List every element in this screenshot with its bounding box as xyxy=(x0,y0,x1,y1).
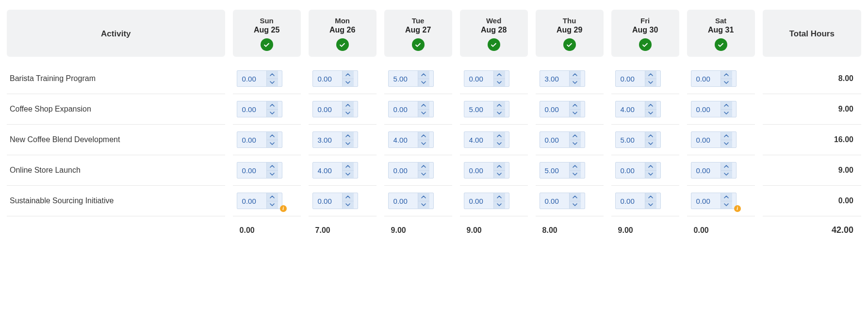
hours-input[interactable] xyxy=(237,71,266,86)
hours-stepper[interactable] xyxy=(464,162,509,179)
step-up-button[interactable] xyxy=(418,132,429,140)
hours-stepper[interactable] xyxy=(388,162,434,179)
hours-input[interactable] xyxy=(616,132,645,147)
step-down-button[interactable] xyxy=(343,110,354,117)
hours-input[interactable] xyxy=(540,101,569,117)
step-up-button[interactable] xyxy=(570,132,581,140)
step-down-button[interactable] xyxy=(267,201,278,209)
step-down-button[interactable] xyxy=(721,140,732,148)
step-up-button[interactable] xyxy=(418,71,429,79)
step-up-button[interactable] xyxy=(721,163,732,171)
step-up-button[interactable] xyxy=(721,132,732,140)
hours-stepper[interactable] xyxy=(237,70,282,87)
step-down-button[interactable] xyxy=(645,110,656,117)
step-down-button[interactable] xyxy=(343,171,354,179)
step-up-button[interactable] xyxy=(267,132,278,140)
hours-input[interactable] xyxy=(237,101,266,117)
hours-stepper[interactable] xyxy=(615,101,661,117)
hours-stepper[interactable] xyxy=(691,162,737,179)
step-down-button[interactable] xyxy=(494,110,505,117)
hours-stepper[interactable] xyxy=(388,101,434,117)
step-up-button[interactable] xyxy=(343,101,354,110)
hours-stepper[interactable] xyxy=(464,131,509,148)
step-up-button[interactable] xyxy=(418,193,429,201)
step-down-button[interactable] xyxy=(570,79,581,87)
hours-stepper[interactable] xyxy=(615,162,661,179)
step-down-button[interactable] xyxy=(267,140,278,148)
hours-input[interactable] xyxy=(691,101,721,117)
hours-stepper[interactable] xyxy=(237,162,282,179)
step-down-button[interactable] xyxy=(267,79,278,87)
hours-stepper[interactable] xyxy=(540,162,585,179)
step-up-button[interactable] xyxy=(645,71,656,79)
step-down-button[interactable] xyxy=(418,79,429,87)
step-up-button[interactable] xyxy=(721,193,732,201)
step-up-button[interactable] xyxy=(343,193,354,201)
hours-input[interactable] xyxy=(464,132,493,147)
step-down-button[interactable] xyxy=(645,171,656,179)
hours-input[interactable] xyxy=(616,71,645,86)
step-up-button[interactable] xyxy=(645,101,656,110)
hours-input[interactable] xyxy=(691,71,721,86)
hours-stepper[interactable] xyxy=(540,101,585,117)
hours-stepper[interactable] xyxy=(691,101,737,117)
step-up-button[interactable] xyxy=(645,132,656,140)
hours-stepper[interactable] xyxy=(388,70,434,87)
hours-stepper[interactable] xyxy=(464,70,509,87)
step-down-button[interactable] xyxy=(418,110,429,117)
step-up-button[interactable] xyxy=(570,71,581,79)
hours-input[interactable] xyxy=(237,132,266,147)
step-down-button[interactable] xyxy=(494,79,505,87)
hours-stepper[interactable] xyxy=(615,131,661,148)
hours-input[interactable] xyxy=(237,163,266,178)
step-down-button[interactable] xyxy=(267,171,278,179)
step-up-button[interactable] xyxy=(721,101,732,110)
step-down-button[interactable] xyxy=(418,140,429,148)
step-down-button[interactable] xyxy=(645,79,656,87)
step-up-button[interactable] xyxy=(570,163,581,171)
hours-stepper[interactable] xyxy=(615,70,661,87)
hours-input[interactable] xyxy=(616,163,645,178)
hours-stepper[interactable] xyxy=(464,101,509,117)
hours-stepper[interactable] xyxy=(312,101,358,117)
step-down-button[interactable] xyxy=(343,201,354,209)
hours-stepper[interactable] xyxy=(388,193,434,209)
hours-stepper[interactable] xyxy=(388,131,434,148)
step-up-button[interactable] xyxy=(343,163,354,171)
step-down-button[interactable] xyxy=(343,140,354,148)
hours-input[interactable] xyxy=(691,163,721,178)
step-down-button[interactable] xyxy=(343,79,354,87)
step-up-button[interactable] xyxy=(343,71,354,79)
step-up-button[interactable] xyxy=(645,163,656,171)
step-up-button[interactable] xyxy=(343,132,354,140)
hours-input[interactable] xyxy=(389,163,418,178)
step-down-button[interactable] xyxy=(570,201,581,209)
step-down-button[interactable] xyxy=(570,171,581,179)
hours-stepper[interactable] xyxy=(312,193,358,209)
step-down-button[interactable] xyxy=(645,201,656,209)
step-up-button[interactable] xyxy=(570,193,581,201)
step-up-button[interactable] xyxy=(418,163,429,171)
hours-stepper[interactable] xyxy=(691,193,737,209)
hours-input[interactable] xyxy=(464,163,493,178)
hours-stepper[interactable] xyxy=(540,193,585,209)
step-up-button[interactable] xyxy=(494,132,505,140)
step-up-button[interactable] xyxy=(267,163,278,171)
step-down-button[interactable] xyxy=(418,201,429,209)
step-up-button[interactable] xyxy=(721,71,732,79)
hours-input[interactable] xyxy=(313,101,342,117)
hours-input[interactable] xyxy=(313,193,342,209)
step-down-button[interactable] xyxy=(570,110,581,117)
step-down-button[interactable] xyxy=(267,110,278,117)
step-down-button[interactable] xyxy=(721,171,732,179)
hours-stepper[interactable] xyxy=(691,131,737,148)
hours-input[interactable] xyxy=(313,71,342,86)
step-down-button[interactable] xyxy=(721,201,732,209)
hours-stepper[interactable] xyxy=(464,193,509,209)
step-down-button[interactable] xyxy=(418,171,429,179)
step-up-button[interactable] xyxy=(418,101,429,110)
step-down-button[interactable] xyxy=(494,201,505,209)
hours-input[interactable] xyxy=(237,193,266,209)
info-indicator-icon[interactable]: i xyxy=(280,205,287,212)
step-up-button[interactable] xyxy=(494,101,505,110)
